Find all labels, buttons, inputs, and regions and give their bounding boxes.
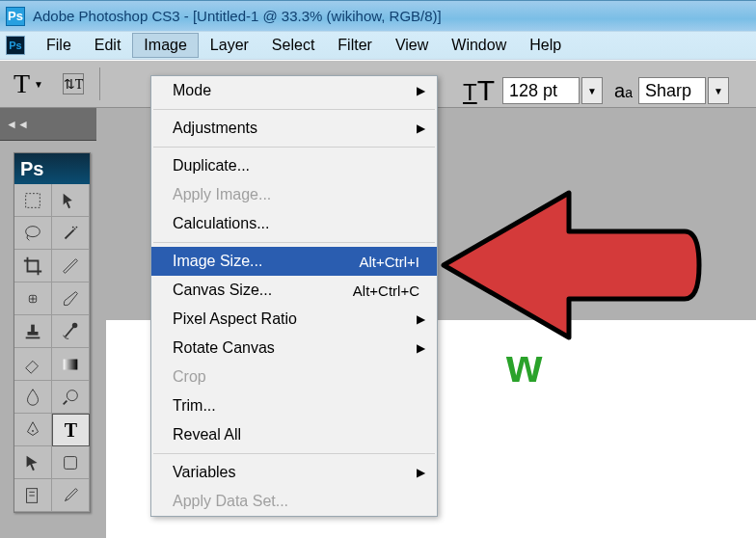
eyedropper-tool-icon[interactable] xyxy=(52,479,90,512)
svg-point-3 xyxy=(76,226,78,228)
panel-collapse-tab[interactable]: ◄◄ xyxy=(0,108,96,141)
font-size-dropdown-icon[interactable]: ▼ xyxy=(581,77,603,104)
antialias-dropdown-icon[interactable]: ▼ xyxy=(708,77,729,104)
active-tool-icon[interactable]: T xyxy=(14,68,30,99)
svg-point-9 xyxy=(72,322,78,328)
menu-shortcut: Alt+Ctrl+C xyxy=(353,282,419,299)
menu-window[interactable]: Window xyxy=(440,33,518,58)
menu-edit[interactable]: Edit xyxy=(83,33,133,58)
submenu-arrow-icon: ▶ xyxy=(417,466,425,479)
menu-bar: Ps File Edit Image Layer Select Filter V… xyxy=(0,31,756,60)
menu-image[interactable]: Image xyxy=(132,33,198,58)
menu-filter[interactable]: Filter xyxy=(326,33,384,58)
svg-rect-8 xyxy=(26,336,40,338)
menu-item-image-size[interactable]: Image Size...Alt+Ctrl+I xyxy=(151,247,437,276)
menu-item-adjustments[interactable]: Adjustments▶ xyxy=(151,114,437,143)
menu-separator xyxy=(153,453,435,454)
marquee-tool-icon[interactable] xyxy=(14,184,52,217)
wand-tool-icon[interactable] xyxy=(52,217,90,250)
antialias-field[interactable]: Sharp xyxy=(638,77,706,104)
brush-tool-icon[interactable] xyxy=(52,282,90,315)
crop-tool-icon[interactable] xyxy=(14,250,52,282)
menu-item-trim[interactable]: Trim... xyxy=(151,391,437,420)
svg-point-12 xyxy=(32,430,34,432)
menu-separator xyxy=(153,147,435,148)
menu-item-pixel-aspect[interactable]: Pixel Aspect Ratio▶ xyxy=(151,305,437,334)
tool-preset-dropdown-icon[interactable]: ▼ xyxy=(34,79,43,90)
dodge-tool-icon[interactable] xyxy=(52,381,90,414)
app-mini-icon: Ps xyxy=(6,36,25,55)
pen-tool-icon[interactable] xyxy=(14,414,52,446)
notes-tool-icon[interactable] xyxy=(14,479,52,512)
tools-panel: Ps T xyxy=(14,152,91,513)
menu-item-reveal-all[interactable]: Reveal All xyxy=(151,420,437,449)
slice-tool-icon[interactable] xyxy=(52,250,90,282)
window-titlebar: Ps Adobe Photoshop CS3 - [Untitled-1 @ 3… xyxy=(0,0,756,31)
svg-rect-13 xyxy=(65,456,77,469)
app-logo-icon: Ps xyxy=(6,7,25,26)
type-tool-icon[interactable]: T xyxy=(52,414,90,446)
svg-point-2 xyxy=(74,228,76,229)
svg-point-11 xyxy=(67,390,77,400)
menu-view[interactable]: View xyxy=(384,33,440,58)
menu-separator xyxy=(153,109,435,110)
svg-rect-0 xyxy=(26,193,40,207)
menu-item-duplicate[interactable]: Duplicate... xyxy=(151,151,437,180)
antialias-icon: aa xyxy=(614,80,633,102)
healing-tool-icon[interactable] xyxy=(14,282,52,315)
menu-file[interactable]: File xyxy=(35,33,83,58)
font-size-icon: TT xyxy=(463,74,495,107)
text-orientation-button[interactable]: ⇅T xyxy=(63,73,84,94)
separator xyxy=(99,67,100,100)
image-menu-dropdown: Mode▶ Adjustments▶ Duplicate... Apply Im… xyxy=(150,75,438,517)
svg-rect-10 xyxy=(64,359,78,369)
window-title: Adobe Photoshop CS3 - [Untitled-1 @ 33.3… xyxy=(33,8,442,24)
menu-item-variables[interactable]: Variables▶ xyxy=(151,458,437,487)
eraser-tool-icon[interactable] xyxy=(14,348,52,381)
lasso-tool-icon[interactable] xyxy=(14,217,52,250)
shape-tool-icon[interactable] xyxy=(52,446,90,479)
menu-item-calculations[interactable]: Calculations... xyxy=(151,209,437,238)
stamp-tool-icon[interactable] xyxy=(14,315,52,348)
menu-separator xyxy=(153,242,435,243)
submenu-arrow-icon: ▶ xyxy=(417,121,425,135)
svg-point-4 xyxy=(72,226,74,228)
menu-layer[interactable]: Layer xyxy=(199,33,260,58)
menu-item-rotate-canvas[interactable]: Rotate Canvas▶ xyxy=(151,334,437,363)
svg-rect-6 xyxy=(31,324,35,331)
move-tool-icon[interactable] xyxy=(52,184,90,217)
path-select-tool-icon[interactable] xyxy=(14,446,52,479)
menu-help[interactable]: Help xyxy=(518,33,573,58)
gradient-tool-icon[interactable] xyxy=(52,348,90,381)
menu-item-mode[interactable]: Mode▶ xyxy=(151,76,437,105)
svg-rect-7 xyxy=(28,332,39,336)
blur-tool-icon[interactable] xyxy=(14,381,52,414)
menu-item-crop: Crop xyxy=(151,363,437,391)
submenu-arrow-icon: ▶ xyxy=(417,84,425,97)
font-size-field[interactable]: 128 pt xyxy=(502,77,580,104)
menu-item-canvas-size[interactable]: Canvas Size...Alt+Ctrl+C xyxy=(151,276,437,305)
history-brush-tool-icon[interactable] xyxy=(52,315,90,348)
menu-item-apply-image: Apply Image... xyxy=(151,180,437,209)
menu-item-apply-data-set: Apply Data Set... xyxy=(151,487,437,516)
menu-select[interactable]: Select xyxy=(260,33,326,58)
annotation-arrow-icon xyxy=(424,174,704,357)
menu-shortcut: Alt+Ctrl+I xyxy=(359,254,419,270)
tools-header: Ps xyxy=(14,153,90,184)
